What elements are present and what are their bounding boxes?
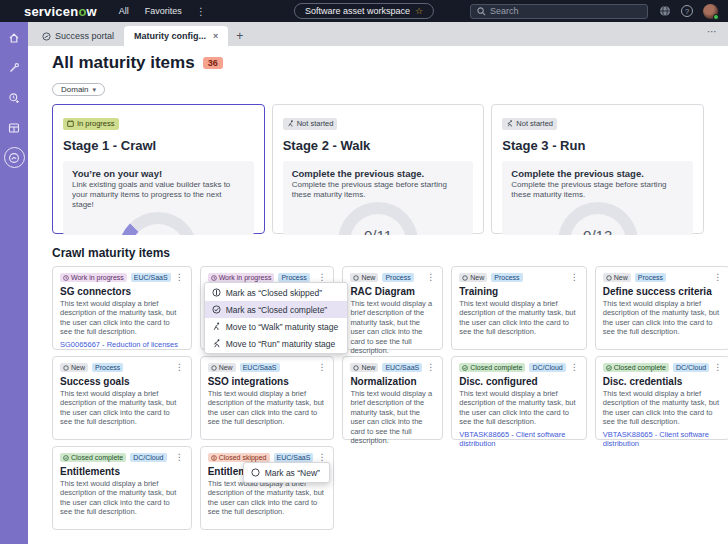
status-badge: Closed complete: [459, 363, 525, 372]
globe-icon[interactable]: [658, 5, 671, 18]
card-description: This text would display a brief descript…: [350, 389, 435, 445]
maturity-card-disc-configured[interactable]: Closed complete DC/Cloud ⋮ Disc. configu…: [451, 356, 587, 440]
menu-item-move-run[interactable]: Move to “Run” maturity stage: [205, 335, 348, 352]
stage-card-crawl[interactable]: In progress Stage 1 - Crawl You’re on yo…: [52, 104, 265, 234]
maturity-card-rac-diagram[interactable]: New Process ⋮ RAC Diagram This text woul…: [342, 266, 443, 350]
kebab-menu-icon[interactable]: ⋮: [713, 363, 722, 372]
tab-success-portal[interactable]: Success portal: [32, 26, 124, 46]
card-title: Success goals: [60, 376, 184, 387]
stage-box-desc: Complete the previous stage before start…: [292, 180, 465, 200]
domain-badge: EUC/SaaS: [131, 273, 171, 282]
tab-strip: Success portal Maturity config... × + ⋯: [28, 22, 728, 46]
item-count-badge: 36: [203, 57, 223, 69]
new-circle-icon: [462, 275, 468, 281]
stage-status-badge: In progress: [63, 118, 119, 130]
domain-badge: Process: [382, 273, 413, 282]
user-avatar[interactable]: [703, 4, 718, 19]
page-content: All maturity items 36 Domain ▾ In progre…: [28, 46, 728, 544]
header-kebab-icon[interactable]: ⋮: [196, 6, 206, 17]
domain-badge: EUC/SaaS: [274, 453, 314, 462]
menu-item-label: Mark as “Closed skipped”: [226, 288, 322, 298]
card-description: This text would display a brief descript…: [60, 299, 184, 337]
kebab-menu-icon[interactable]: ⋮: [426, 363, 435, 372]
card-title: RAC Diagram: [350, 286, 435, 297]
domain-badge: Process: [278, 273, 309, 282]
menu-item-mark-new[interactable]: Mark as “New”: [244, 464, 329, 481]
domain-filter-dropdown[interactable]: Domain ▾: [52, 83, 105, 96]
maturity-card-sso-integrations[interactable]: New EUC/SaaS ⋮ SSO integrations This tex…: [200, 356, 335, 440]
star-icon[interactable]: ☆: [415, 6, 423, 16]
search-input[interactable]: [490, 6, 641, 16]
new-circle-icon: [606, 275, 612, 281]
maturity-card-training[interactable]: New Process ⋮ Training This text would d…: [451, 266, 587, 350]
kebab-menu-icon[interactable]: ⋮: [175, 273, 184, 282]
calendar-icon: [67, 120, 74, 127]
linked-record-link[interactable]: VBTASK88665 - Client software distributi…: [459, 430, 579, 449]
sidebar-item-speedometer[interactable]: [6, 149, 23, 166]
new-circle-icon: [211, 365, 217, 371]
gauge-icon: [42, 32, 51, 41]
domain-badge: DC/Cloud: [529, 363, 565, 372]
tab-overflow-icon[interactable]: ⋯: [707, 26, 718, 37]
sidebar-item-home[interactable]: [6, 29, 23, 46]
status-badge: New: [350, 273, 378, 282]
stage-box-desc: Complete the previous stage before start…: [511, 180, 684, 200]
maturity-card-sg-connectors[interactable]: Work in progress EUC/SaaS ⋮ SG connector…: [52, 266, 192, 350]
domain-badge: EUC/SaaS: [382, 363, 422, 372]
kebab-menu-icon[interactable]: ⋮: [713, 273, 722, 282]
stage-card-walk[interactable]: Not started Stage 2 - Walk Complete the …: [272, 104, 485, 234]
kebab-menu-icon[interactable]: ⋮: [317, 363, 326, 372]
stage-box-desc: Link existing goals and value builder ta…: [72, 180, 245, 210]
maturity-card-entitlement[interactable]: Closed skipped EUC/SaaS ⋮ Entitlement Th…: [200, 446, 335, 530]
kebab-menu-icon[interactable]: ⋮: [175, 363, 184, 372]
menu-item-mark-closed-complete[interactable]: Mark as “Closed complete”: [205, 301, 348, 318]
menu-item-mark-closed-skipped[interactable]: Mark as “Closed skipped”: [205, 284, 348, 301]
status-label: New: [470, 274, 484, 281]
maturity-card-with-menu[interactable]: Work in progress Process ⋮ Mark as “Clos…: [200, 266, 335, 350]
linked-record-link[interactable]: VBTASK88665 - Client software distributi…: [603, 430, 723, 449]
kebab-menu-icon[interactable]: ⋮: [175, 453, 184, 462]
maturity-card-disc-credentials[interactable]: Closed complete DC/Cloud ⋮ Disc. credent…: [595, 356, 728, 440]
progress-gauge: 0/13: [558, 202, 638, 235]
kebab-menu-icon[interactable]: ⋮: [426, 273, 435, 282]
maturity-card-success-goals[interactable]: New Process ⋮ Success goals This text wo…: [52, 356, 192, 440]
card-context-menu: Mark as “Closed skipped” Mark as “Closed…: [204, 282, 349, 354]
sidebar-item-history-add[interactable]: [6, 89, 23, 106]
workspace-pill[interactable]: Software asset workspace ☆: [294, 3, 434, 19]
kebab-menu-icon[interactable]: ⋮: [570, 363, 579, 372]
global-search[interactable]: [470, 4, 648, 19]
section-heading: Crawl maturity items: [52, 246, 704, 260]
skipped-circle-icon: [211, 455, 217, 461]
status-badge: Work in progress: [208, 273, 275, 282]
close-icon[interactable]: ×: [213, 31, 218, 41]
sidebar-item-magic-wand[interactable]: [6, 59, 23, 76]
nav-favorites[interactable]: Favorites: [145, 6, 182, 16]
header-right: ?: [470, 4, 718, 19]
tab-label: Success portal: [55, 31, 114, 41]
menu-item-move-walk[interactable]: Move to “Walk” maturity stage: [205, 318, 348, 335]
gauge-label: 0/13: [558, 227, 638, 235]
nav-all[interactable]: All: [119, 6, 129, 16]
kebab-menu-icon[interactable]: ⋮: [570, 273, 579, 282]
stage-title: Stage 3 - Run: [502, 138, 693, 153]
stage-status-badge: Not started: [283, 118, 338, 130]
linked-record-link[interactable]: SG0065667 - Reduction of licenses: [60, 340, 184, 349]
status-label: Closed complete: [614, 364, 666, 371]
tab-maturity-config[interactable]: Maturity config... ×: [124, 26, 228, 46]
kebab-menu-icon[interactable]: ⋮: [317, 273, 326, 282]
maturity-card-normalization[interactable]: New EUC/SaaS ⋮ Normalization This text w…: [342, 356, 443, 440]
kebab-menu-icon[interactable]: ⋮: [317, 453, 326, 462]
new-circle-icon: [251, 468, 260, 477]
add-tab-button[interactable]: +: [228, 26, 251, 46]
help-icon[interactable]: ?: [681, 5, 693, 17]
sidebar-item-dashboard[interactable]: [6, 119, 23, 136]
presence-indicator: [713, 14, 719, 20]
maturity-card-define-success-criteria[interactable]: New Process ⋮ Define success criteria Th…: [595, 266, 728, 350]
stage-card-run[interactable]: Not started Stage 3 - Run Complete the p…: [491, 104, 704, 234]
status-badge: Closed skipped: [208, 453, 270, 462]
domain-filter-label: Domain: [61, 85, 89, 94]
closed-skipped-icon: [212, 288, 221, 297]
maturity-card-entitlements[interactable]: Closed complete DC/Cloud ⋮ Entitlements …: [52, 446, 192, 530]
stage-progress-box: Complete the previous stage. Complete th…: [502, 161, 693, 235]
top-header: servicenow All Favorites ⋮ Software asse…: [0, 0, 728, 22]
